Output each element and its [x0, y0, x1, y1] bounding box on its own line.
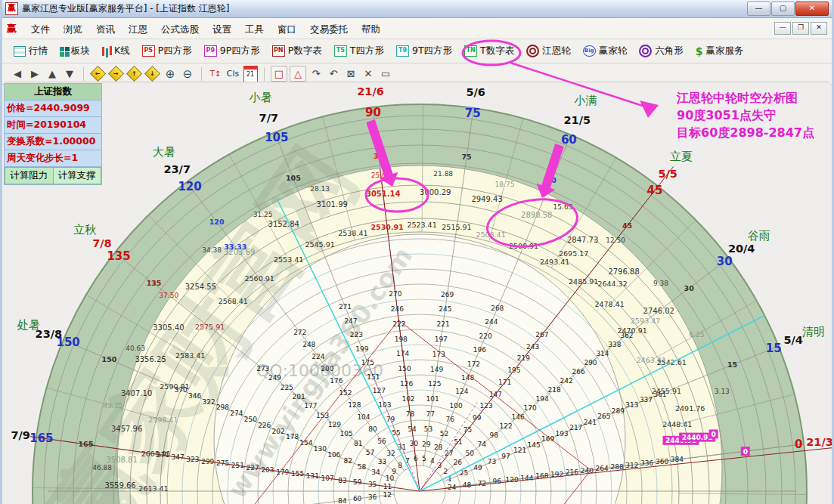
menu-item-资讯[interactable]: 资讯	[89, 20, 122, 38]
parameter-panel: 上证指数 价格=2440.9099时间=20190104变换系数=1.00000…	[4, 83, 102, 185]
panel-row-0: 价格=2440.9099	[5, 100, 101, 117]
toolbar-item-label: 板块	[71, 45, 90, 57]
arc-ccw-icon[interactable]: ↶	[326, 66, 341, 81]
prev-arrow-icon[interactable]: ◀	[10, 66, 25, 81]
maximize-button[interactable]: ▢	[771, 2, 795, 16]
toolbar-item-9T四方形[interactable]: T99T四方形	[391, 42, 457, 60]
gann-wheel-chart[interactable]	[5, 82, 829, 504]
tn-badge-icon: TN	[464, 45, 477, 57]
toolbar-item-9P四方形[interactable]: P99P四方形	[199, 42, 265, 60]
toolbar-item-赢家轮[interactable]: Big赢家轮	[578, 42, 633, 60]
toolbar-item-label: 赢家服务	[705, 45, 743, 57]
menu-item-工具[interactable]: 工具	[238, 20, 271, 38]
toolbar-item-K线[interactable]: K线	[97, 42, 135, 60]
menu-item-浏览[interactable]: 浏览	[57, 20, 89, 38]
triangle-tool-icon[interactable]: △	[290, 66, 306, 82]
toolbar-item-label: K线	[114, 45, 130, 57]
minimize-button[interactable]: —	[747, 2, 770, 16]
app-logo-icon: 赢	[5, 2, 18, 15]
calendar-day: 21	[243, 66, 258, 82]
pan-left-icon[interactable]: ←	[90, 66, 106, 82]
panel-button-计算阻力[interactable]: 计算阻力	[5, 167, 53, 184]
toolbar-item-T四方形[interactable]: TST四方形	[329, 42, 389, 60]
menu-logo-icon: 赢	[7, 22, 17, 36]
panel-row-3: 周天变化步长=1	[5, 150, 101, 167]
calendar-icon[interactable]: 21	[243, 66, 258, 81]
next-arrow-icon[interactable]: ▶	[27, 66, 42, 81]
quotes-table-icon	[14, 46, 26, 57]
toolbar-item-赢家服务[interactable]: $赢家服务	[690, 42, 749, 60]
pan-right-icon[interactable]: →	[108, 66, 124, 82]
zoom-out-icon[interactable]: ⊖	[180, 66, 195, 81]
toolbar-item-label: P数字表	[288, 45, 322, 57]
zoom-in-icon[interactable]: ⊕	[163, 66, 178, 81]
toolbar-item-label: P四方形	[158, 45, 192, 57]
ps-badge-icon: PS	[142, 45, 155, 57]
toolbar-item-P四方形[interactable]: PSP四方形	[137, 42, 197, 60]
annotation-line: 目标60度2898-2847点	[677, 124, 814, 141]
annotation-line: 江恩轮中轮时空分析图	[677, 89, 814, 107]
shrink-tool-icon[interactable]: ✕	[361, 66, 376, 81]
arc-cw-icon[interactable]: ↷	[308, 66, 324, 81]
up-triangle-icon[interactable]: ▲	[45, 66, 60, 81]
instrument-title: 上证指数	[5, 84, 101, 100]
toolbar-item-label: T四方形	[350, 45, 384, 57]
toolbar-item-P数字表[interactable]: PNP数字表	[267, 42, 327, 60]
analysis-annotation: 江恩轮中轮时空分析图90度3051点失守目标60度2898-2847点	[677, 89, 814, 142]
toolbar-separator	[264, 67, 265, 81]
menu-item-帮助[interactable]: 帮助	[355, 20, 387, 38]
panel-row-2: 变换系数=1.00000	[5, 134, 101, 150]
menu-item-公式选股[interactable]: 公式选股	[154, 20, 206, 38]
window-title: 赢家江恩专业版[赢家服务平台] - [上证指数 江恩轮]	[22, 2, 230, 15]
cls-button[interactable]: Cls	[225, 66, 240, 81]
toolbar-item-label: 9T四方形	[412, 45, 452, 57]
menu-item-设置[interactable]: 设置	[206, 20, 238, 38]
toolbar-item-label: 江恩轮	[542, 45, 571, 57]
mdi-minimize-button[interactable]: —	[774, 22, 791, 35]
panel-row-1: 时间=20190104	[5, 117, 101, 134]
xbox-tool-icon[interactable]: ⊠	[343, 66, 358, 81]
annotation-line: 90度3051点失守	[677, 107, 814, 124]
pn-badge-icon: PN	[272, 45, 285, 57]
toolbar-separator	[201, 67, 202, 81]
pan-down-icon[interactable]: ↓	[144, 66, 160, 82]
down-triangle-icon[interactable]: ▼	[62, 66, 77, 81]
toolbar-item-label: 9P四方形	[220, 45, 260, 57]
updown-marker-icon[interactable]: T↕	[208, 66, 223, 81]
toolbar-item-label: 行情	[29, 45, 48, 57]
diamond-arrow-glyph: →	[113, 70, 119, 77]
menu-bar: 赢 文件浏览资讯江恩公式选股设置工具窗口交易委托帮助 —❐✕	[2, 18, 832, 39]
panel-button-计算支撑[interactable]: 计算支撑	[53, 167, 102, 184]
menu-item-窗口[interactable]: 窗口	[271, 20, 303, 38]
title-bar[interactable]: 赢 赢家江恩专业版[赢家服务平台] - [上证指数 江恩轮] — ▢ ✕	[2, 0, 832, 18]
square-tool-icon[interactable]: □	[271, 66, 287, 82]
menu-item-文件[interactable]: 文件	[24, 20, 57, 38]
menu-item-交易委托[interactable]: 交易委托	[303, 20, 355, 38]
toolbar-item-板块[interactable]: 板块	[54, 42, 95, 60]
toolbar-separator	[83, 67, 84, 81]
canvas-tool-icon[interactable]: ▭	[378, 66, 393, 81]
toolbar-item-六角形[interactable]: 六角形	[634, 42, 689, 60]
diamond-arrow-glyph: ←	[95, 70, 101, 77]
mdi-restore-button[interactable]: ❐	[792, 22, 809, 35]
winner-wheel-icon: Big	[583, 45, 596, 57]
hexagon-icon	[639, 45, 652, 57]
t9-badge-icon: T9	[396, 45, 409, 57]
close-button[interactable]: ✕	[795, 2, 829, 16]
diamond-arrow-glyph: ↓	[150, 70, 155, 77]
p9-badge-icon: P9	[204, 45, 217, 57]
toolbar-item-江恩轮[interactable]: 江恩轮	[521, 42, 576, 60]
pan-up-icon[interactable]: ↑	[126, 66, 142, 82]
menu-item-江恩[interactable]: 江恩	[122, 20, 154, 38]
dollar-icon: $	[696, 45, 703, 57]
toolbar-item-T数字表[interactable]: TNT数字表	[459, 42, 519, 60]
ts-badge-icon: TS	[334, 45, 347, 57]
toolbar-item-label: T数字表	[480, 45, 514, 57]
toolbar-item-行情[interactable]: 行情	[8, 42, 53, 60]
candlestick-icon	[102, 47, 104, 56]
gann-wheel-icon	[526, 45, 539, 57]
diamond-arrow-glyph: ↑	[132, 70, 137, 77]
toolbar-item-label: 赢家轮	[599, 45, 628, 57]
mdi-close-button[interactable]: ✕	[811, 22, 827, 35]
blocks-icon	[60, 47, 64, 51]
